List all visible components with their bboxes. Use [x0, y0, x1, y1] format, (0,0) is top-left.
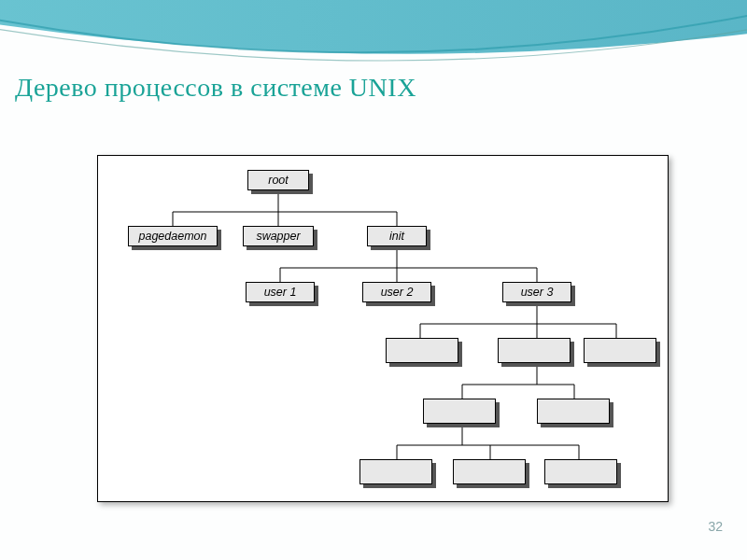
node-user1: user 1 — [246, 282, 315, 302]
node-init: init — [367, 226, 427, 246]
node-swapper: swapper — [243, 226, 314, 246]
node-l5a — [423, 399, 496, 424]
node-l6b — [453, 459, 526, 484]
node-l4c — [584, 338, 656, 363]
node-root: root — [247, 170, 309, 190]
node-user3: user 3 — [502, 282, 571, 302]
process-tree-diagram: root pagedaemon swapper init user 1 user… — [97, 155, 669, 502]
node-l4a — [386, 338, 458, 363]
node-l6c — [544, 459, 617, 484]
slide-title: Дерево процессов в системе UNIX — [15, 73, 416, 103]
node-l5b — [537, 399, 610, 424]
tree-connectors — [98, 156, 668, 501]
node-pagedaemon: pagedaemon — [128, 226, 218, 246]
node-user2: user 2 — [362, 282, 431, 302]
node-l6a — [359, 459, 432, 484]
node-l4b — [498, 338, 571, 363]
page-number: 32 — [708, 519, 723, 534]
